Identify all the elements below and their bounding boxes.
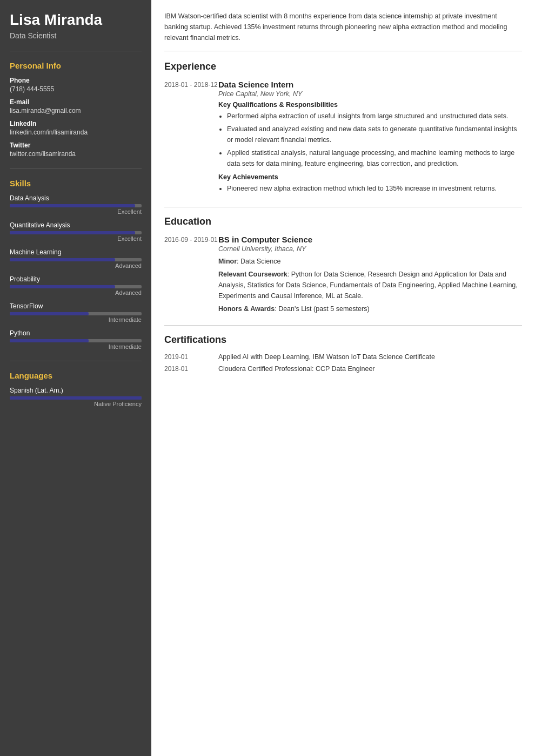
skill-bar-container [10, 339, 142, 342]
phone-label: Phone [10, 77, 142, 84]
education-section: Education 2016-09 - 2019-01 BS in Comput… [164, 216, 522, 316]
skills-title: Skills [10, 179, 142, 188]
coursework-line: Relevant Coursework: Python for Data Sci… [218, 269, 522, 301]
experience-title: Experience [164, 61, 522, 72]
skill-name: Python [10, 329, 142, 337]
language-level: Native Proficiency [10, 401, 142, 407]
skill-bar-fill [10, 204, 135, 207]
education-entry: 2016-09 - 2019-01 BS in Computer Science… [164, 235, 522, 316]
skill-name: Data Analysis [10, 194, 142, 202]
bullet-item: Evaluated and analyzed existing and new … [227, 124, 522, 145]
achievement-bullet-item: Pioneered new alpha extraction method wh… [227, 183, 522, 194]
twitter-value: twitter.com/lisamiranda [10, 150, 142, 158]
bullet-item: Performed alpha extraction of useful ins… [227, 111, 522, 122]
minor-line: Minor: Data Science [218, 256, 522, 267]
certification-entry: 2019-01Applied AI with Deep Learning, IB… [164, 353, 522, 361]
skill-bar-fill [10, 231, 135, 234]
skill-bar-container [10, 231, 142, 234]
candidate-title: Data Scientist [10, 31, 142, 40]
experience-entry: 2018-01 - 2018-12 Data Science Intern Pr… [164, 80, 522, 198]
languages-title: Languages [10, 371, 142, 380]
cert-date: 2019-01 [164, 353, 218, 361]
achievements-bullets: Pioneered new alpha extraction method wh… [218, 183, 522, 194]
skills-section: Skills Data AnalysisExcellentQuantitativ… [10, 168, 142, 350]
experience-date: 2018-01 - 2018-12 [164, 80, 218, 198]
language-bar-fill [10, 396, 142, 400]
skills-list: Data AnalysisExcellentQuantitative Analy… [10, 194, 142, 350]
linkedin-label: LinkedIn [10, 120, 142, 127]
personal-info-title: Personal Info [10, 61, 142, 70]
phone-value: (718) 444-5555 [10, 85, 142, 93]
qualifications-bullets: Performed alpha extraction of useful ins… [218, 111, 522, 169]
achievements-title: Key Achievements [218, 173, 522, 181]
bullet-item: Applied statistical analysis, natural la… [227, 147, 522, 169]
candidate-name: Lisa Miranda [10, 11, 142, 29]
honors-value: Dean's List (past 5 semesters) [278, 305, 369, 313]
skill-name: Quantitative Analysis [10, 221, 142, 229]
twitter-label: Twitter [10, 141, 142, 149]
skill-level: Excellent [10, 235, 142, 242]
job-title: Data Science Intern [218, 80, 522, 89]
language-name: Spanish (Lat. Am.) [10, 387, 142, 394]
skill-name: Probability [10, 275, 142, 283]
divider-certifications [164, 325, 522, 326]
minor-value: Data Science [240, 258, 280, 265]
email-label: E-mail [10, 98, 142, 106]
edu-date: 2016-09 - 2019-01 [164, 235, 218, 316]
experience-body: Data Science Intern Price Capital, New Y… [218, 80, 522, 198]
skill-bar-container [10, 285, 142, 288]
language-bar-container [10, 396, 142, 400]
divider-education [164, 207, 522, 207]
institution: Cornell University, Ithaca, NY [218, 245, 522, 253]
skill-bar-container [10, 204, 142, 207]
main-content: IBM Watson-certified data scientist with… [151, 0, 535, 756]
personal-info-section: Personal Info Phone (718) 444-5555 E-mai… [10, 51, 142, 158]
skill-level: Intermediate [10, 316, 142, 323]
degree: BS in Computer Science [218, 235, 522, 244]
experience-section: Experience 2018-01 - 2018-12 Data Scienc… [164, 61, 522, 198]
certification-entry: 2018-01Cloudera Certified Professional: … [164, 365, 522, 373]
skill-name: Machine Learning [10, 248, 142, 256]
company: Price Capital, New York, NY [218, 90, 522, 98]
cert-date: 2018-01 [164, 365, 218, 373]
edu-body: BS in Computer Science Cornell Universit… [218, 235, 522, 316]
skill-level: Advanced [10, 289, 142, 296]
education-title: Education [164, 216, 522, 227]
certifications-title: Certifications [164, 334, 522, 346]
qualifications-title: Key Qualifications & Responsibilities [218, 101, 522, 109]
cert-text: Cloudera Certified Professional: CCP Dat… [218, 365, 375, 373]
coursework-label: Relevant Coursework [218, 271, 287, 278]
skill-bar-fill [10, 285, 115, 288]
skill-bar-fill [10, 258, 115, 261]
languages-section: Languages Spanish (Lat. Am.)Native Profi… [10, 361, 142, 407]
skill-name: TensorFlow [10, 302, 142, 310]
languages-list: Spanish (Lat. Am.)Native Proficiency [10, 387, 142, 407]
cert-text: Applied AI with Deep Learning, IBM Watso… [218, 353, 435, 361]
certifications-section: Certifications 2019-01Applied AI with De… [164, 334, 522, 373]
email-value: lisa.miranda@gmail.com [10, 107, 142, 114]
honors-label: Honors & Awards [218, 305, 275, 313]
skill-bar-container [10, 258, 142, 261]
skill-level: Excellent [10, 208, 142, 215]
skill-bar-fill [10, 339, 89, 342]
skill-level: Advanced [10, 262, 142, 269]
minor-label: Minor [218, 258, 237, 265]
summary-text: IBM Watson-certified data scientist with… [164, 11, 522, 51]
sidebar: Lisa Miranda Data Scientist Personal Inf… [0, 0, 151, 756]
certifications-list: 2019-01Applied AI with Deep Learning, IB… [164, 353, 522, 373]
honors-line: Honors & Awards: Dean's List (past 5 sem… [218, 303, 522, 314]
linkedin-value: linkedin.com/in/lisamiranda [10, 129, 142, 136]
skill-bar-container [10, 312, 142, 315]
skill-level: Intermediate [10, 343, 142, 350]
skill-bar-fill [10, 312, 89, 315]
